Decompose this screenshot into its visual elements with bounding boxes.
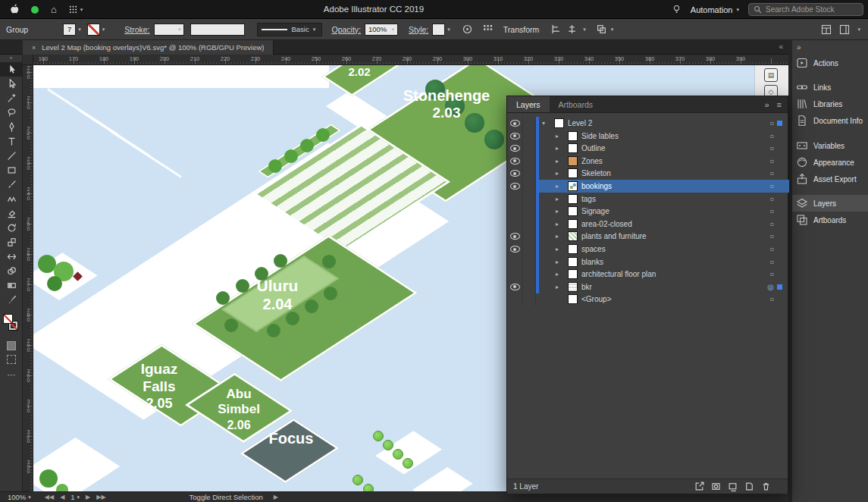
artboard-widget-icon[interactable]: ▤ (764, 68, 778, 82)
tool-scale[interactable] (0, 235, 23, 249)
stroke-swatch-chevron[interactable]: ▾ (102, 27, 105, 33)
document-tab[interactable]: × Level 2 Map (booking overlays)V6.svg* … (23, 40, 274, 55)
adobe-stock-search-input[interactable]: Search Adobe Stock (748, 3, 863, 16)
layer-lock-toggle[interactable] (523, 142, 536, 155)
layer-name[interactable]: tags (581, 195, 596, 203)
layer-row-tags[interactable]: ▸tags○ (507, 193, 789, 206)
delete-layer-icon[interactable] (761, 482, 771, 491)
layer-expand-chevron[interactable]: ▸ (556, 133, 559, 140)
layer-target-circle[interactable]: ○ (769, 207, 774, 215)
layer-visibility-toggle[interactable] (507, 218, 523, 231)
layer-visibility-toggle[interactable] (507, 167, 523, 180)
tool-paintbrush[interactable] (0, 177, 23, 192)
layer-visibility-toggle[interactable] (507, 293, 523, 306)
layer-visibility-toggle[interactable] (507, 193, 523, 206)
style-swatch[interactable] (432, 24, 445, 36)
layer-name[interactable]: Side lables (581, 132, 619, 140)
style-label[interactable]: Style: (409, 25, 428, 34)
tool-eraser[interactable] (0, 206, 23, 221)
layer-visibility-toggle[interactable] (507, 268, 523, 281)
layer-expand-chevron[interactable]: ▸ (556, 196, 559, 202)
layer-row-bkr[interactable]: ▸bkr◎ (507, 281, 789, 293)
horizontal-ruler[interactable]: 1601701801902002102202302402502602702802… (33, 55, 788, 65)
layer-lock-toggle[interactable] (523, 205, 536, 218)
layer-expand-chevron[interactable]: ▸ (556, 221, 559, 227)
layer-lock-toggle[interactable] (523, 256, 536, 268)
new-layer-icon[interactable] (744, 482, 754, 491)
tab-close-icon[interactable]: × (32, 44, 36, 52)
dock-item-variables[interactable]: Variables (792, 137, 868, 154)
layer-thumbnail[interactable] (568, 206, 578, 216)
tool-width[interactable] (0, 249, 23, 264)
artboard-navigation[interactable]: ◀◀ ◀ 1▾ ▶ ▶▶ (45, 493, 106, 501)
fill-color-box[interactable] (3, 314, 13, 324)
layer-visibility-toggle[interactable] (507, 281, 523, 293)
layer-lock-toggle[interactable] (523, 293, 536, 306)
tool-line-segment[interactable] (0, 149, 23, 163)
dock-item-asset-export[interactable]: Asset Export (792, 171, 868, 187)
vertical-ruler[interactable]: 2002102202302402502602702802903003103203… (23, 65, 33, 491)
recolor-artwork-icon[interactable] (462, 24, 472, 34)
layer-visibility-toggle[interactable] (507, 155, 523, 168)
fill-swatch-chevron[interactable]: ▾ (78, 27, 81, 33)
layer-visibility-toggle[interactable] (507, 180, 523, 193)
layer-target-circle[interactable]: ○ (769, 270, 774, 278)
stroke-label[interactable]: Stroke: (124, 25, 149, 34)
layer-name[interactable]: Signage (581, 207, 609, 215)
layer-name[interactable]: bookings (581, 182, 612, 190)
layer-visibility-toggle[interactable] (507, 230, 523, 243)
layer-target-circle[interactable]: ○ (769, 119, 774, 127)
layer-target-circle[interactable]: ○ (769, 232, 774, 240)
fill-stroke-indicator[interactable] (0, 311, 23, 337)
opacity-field[interactable]: 100%▾ (365, 24, 398, 36)
next-artboard-icon[interactable]: ▶ (86, 494, 90, 500)
more-options-icons[interactable]: ▾ (597, 24, 614, 34)
tool-eyedropper[interactable] (0, 293, 23, 307)
layer-visibility-toggle[interactable] (507, 142, 523, 155)
layer-name[interactable]: Outline (581, 144, 606, 152)
layer-target-circle[interactable]: ○ (769, 157, 774, 165)
layer-name[interactable]: blanks (581, 258, 603, 266)
layer-thumbnail[interactable] (568, 231, 578, 241)
dock-expand-icon[interactable]: » (797, 43, 801, 52)
locate-object-icon[interactable] (694, 482, 704, 491)
layer-thumbnail[interactable] (568, 244, 578, 254)
edit-toolbar-ellipsis[interactable]: ⋯ (0, 370, 23, 380)
layer-row-bookings[interactable]: ▸bookings○ (507, 180, 789, 193)
dock-item-links[interactable]: Links (792, 79, 868, 96)
layer-thumbnail[interactable] (568, 219, 578, 229)
tool-shape-builder[interactable] (0, 264, 23, 278)
layer-target-circle[interactable]: ○ (769, 258, 774, 266)
layer-row-zones[interactable]: ▸Zones○ (507, 155, 789, 168)
layer-row-signage[interactable]: ▸Signage○ (507, 205, 789, 218)
stroke-weight-field[interactable]: ▾ (154, 24, 184, 36)
opacity-label[interactable]: Opacity: (331, 25, 361, 34)
layer-target-circle[interactable]: ○ (769, 169, 774, 177)
workspace-switcher[interactable]: ▾ (821, 24, 860, 35)
layer-expand-chevron[interactable]: ▸ (556, 271, 559, 278)
layer-expand-chevron[interactable]: ▸ (556, 246, 559, 253)
layer-target-circle[interactable]: ○ (769, 220, 774, 228)
fill-swatch[interactable]: 7 (63, 24, 76, 36)
dock-item-document-info[interactable]: Document Info (792, 112, 868, 129)
tool-selection[interactable] (0, 62, 23, 77)
layer-lock-toggle[interactable] (523, 130, 536, 143)
app-grid-menu[interactable]: ▾ (69, 5, 83, 14)
transform-label[interactable]: Transform (503, 25, 539, 34)
layer-target-circle[interactable]: ◎ (767, 283, 774, 291)
layer-expand-chevron[interactable]: ▸ (556, 208, 559, 215)
layer-name[interactable]: architectural floor plan (581, 270, 656, 278)
layer-name[interactable]: Zones (581, 157, 603, 165)
zoom-control[interactable]: 100%▾ (8, 493, 31, 501)
layer-thumbnail[interactable] (568, 156, 578, 166)
tool-magic-wand[interactable] (0, 91, 23, 105)
brush-definition-dropdown[interactable]: Basic ▾ (257, 23, 322, 36)
layer-target-circle[interactable]: ○ (769, 144, 774, 152)
make-clipping-mask-icon[interactable] (711, 482, 721, 491)
tool-direct-selection[interactable] (0, 77, 23, 91)
layer-target-circle[interactable]: ○ (769, 295, 774, 303)
tool-gradient[interactable] (0, 278, 23, 293)
layer-thumbnail[interactable] (568, 194, 578, 204)
layer-visibility-toggle[interactable] (507, 130, 523, 143)
layer-row-outline[interactable]: ▸Outline○ (507, 142, 789, 155)
